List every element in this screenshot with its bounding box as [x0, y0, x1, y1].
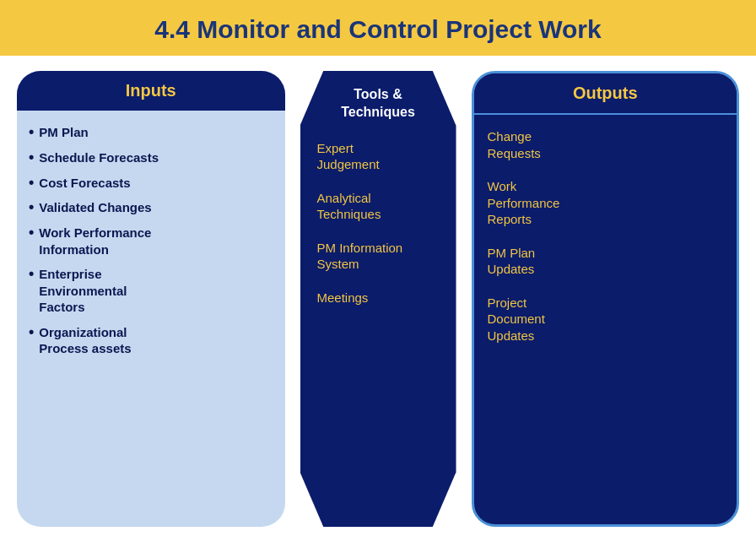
list-item: PM InformationSystem: [317, 240, 440, 273]
outputs-title: Outputs: [573, 84, 638, 102]
tools-header: Tools &Techniques: [300, 71, 456, 132]
page-title: 4.4 Monitor and Control Project Work: [17, 15, 739, 44]
list-item: Meetings: [317, 290, 440, 306]
list-item: WorkPerformanceReports: [488, 178, 724, 228]
outputs-list: ChangeRequests WorkPerformanceReports PM…: [474, 128, 737, 360]
inputs-box: Inputs • PM Plan • Schedule Forecasts • …: [17, 71, 285, 527]
list-item: PM PlanUpdates: [488, 245, 724, 278]
bullet-icon: •: [29, 266, 34, 283]
input-item-7: OrganizationalProcess assets: [39, 324, 131, 357]
list-item: • Schedule Forecasts: [29, 149, 270, 166]
list-item: AnalyticalTechniques: [317, 190, 440, 223]
tools-title: Tools &Techniques: [341, 87, 415, 119]
page-header: 4.4 Monitor and Control Project Work: [0, 0, 756, 56]
input-item-5: Work PerformanceInformation: [39, 225, 151, 257]
tools-column: Tools &Techniques ExpertJudgement Analyt…: [300, 71, 456, 527]
input-item-2: Schedule Forecasts: [39, 149, 159, 166]
outputs-header: Outputs: [474, 73, 737, 115]
bullet-icon: •: [29, 225, 34, 241]
inputs-title: Inputs: [126, 81, 176, 100]
inputs-column: Inputs • PM Plan • Schedule Forecasts • …: [17, 71, 285, 527]
outputs-column: Outputs ChangeRequests WorkPerformanceRe…: [472, 71, 740, 527]
list-item: • EnterpriseEnvironmentalFactors: [29, 266, 270, 316]
list-item: • Cost Forecasts: [29, 175, 270, 192]
bullet-icon: •: [29, 324, 34, 341]
tools-list: ExpertJudgement AnalyticalTechniques PM …: [300, 132, 456, 527]
list-item: ProjectDocumentUpdates: [488, 295, 724, 344]
input-item-4: Validated Changes: [39, 199, 151, 216]
list-item: ExpertJudgement: [317, 140, 440, 173]
input-item-6: EnterpriseEnvironmentalFactors: [39, 266, 127, 316]
list-item: • Validated Changes: [29, 199, 270, 216]
bullet-icon: •: [29, 175, 34, 192]
outputs-box: Outputs ChangeRequests WorkPerformanceRe…: [472, 71, 740, 527]
bullet-icon: •: [29, 124, 34, 141]
list-item: • OrganizationalProcess assets: [29, 324, 270, 357]
page-wrapper: 4.4 Monitor and Control Project Work Inp…: [0, 0, 756, 542]
inputs-list: • PM Plan • Schedule Forecasts • Cost Fo…: [17, 124, 285, 366]
list-item: • Work PerformanceInformation: [29, 225, 270, 257]
bullet-icon: •: [29, 149, 34, 166]
input-item-1: PM Plan: [39, 124, 88, 141]
list-item: ChangeRequests: [488, 128, 724, 161]
tools-box: Tools &Techniques ExpertJudgement Analyt…: [300, 71, 456, 527]
main-content: Inputs • PM Plan • Schedule Forecasts • …: [0, 56, 756, 542]
inputs-header: Inputs: [17, 71, 285, 111]
list-item: • PM Plan: [29, 124, 270, 141]
bullet-icon: •: [29, 199, 34, 216]
input-item-3: Cost Forecasts: [39, 175, 130, 192]
